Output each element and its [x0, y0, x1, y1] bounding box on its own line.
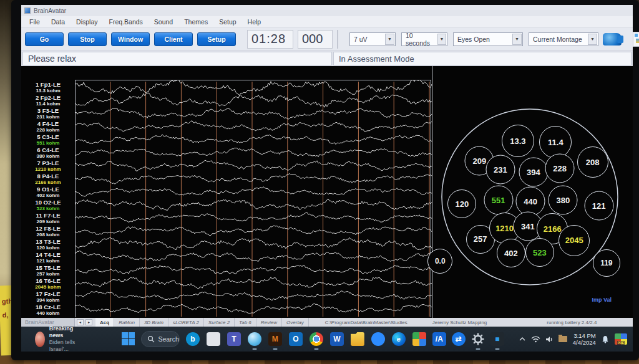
teams-app-icon[interactable]: T	[227, 332, 241, 346]
sensitivity-select[interactable]: 7 uV▼	[349, 32, 396, 46]
status-row: Please relax In Assessment Mode	[21, 51, 633, 66]
tab-overlay[interactable]: Overlay	[282, 318, 309, 327]
channel-label-row: 6 C4-LE380 kohm	[21, 147, 75, 160]
print-button[interactable]	[633, 30, 639, 49]
search-box[interactable]: Search	[141, 331, 180, 347]
taskbar-clock[interactable]: 3:14 PM 4/4/2024	[573, 332, 596, 346]
channel-name: 1 Fp1-LE	[21, 82, 75, 88]
copilot-app-icon[interactable]	[207, 332, 220, 346]
windows-logo-icon	[129, 339, 135, 345]
sphere-app-icon-running-indicator	[252, 348, 256, 350]
chrome-app-icon[interactable]	[310, 332, 323, 346]
channel-impedance: 440 kohm	[21, 310, 75, 317]
eeg-trace	[75, 135, 432, 145]
menu-item-freqbands[interactable]: Freq.Bands	[104, 18, 149, 26]
grid-app-icon[interactable]	[412, 332, 426, 346]
folder-tray-icon[interactable]	[559, 336, 567, 342]
client-button[interactable]: Client	[154, 32, 193, 46]
channel-label-row: 15 T5-LE257 kohm	[21, 265, 75, 278]
channel-name: 5 C3-LE	[21, 134, 75, 140]
empty-field	[337, 30, 338, 49]
tab-scroll-right-button[interactable]: ►	[85, 319, 92, 325]
notification-bell-icon[interactable]	[602, 335, 609, 343]
eeg-trace	[75, 187, 432, 197]
channel-label-row: 7 P3-LE1210 kohm	[21, 160, 75, 173]
channel-name: 10 O2-LE	[21, 199, 75, 206]
m-app-icon-running-indicator	[273, 348, 277, 350]
battery-tray-icon[interactable]: PRE	[615, 333, 627, 345]
channel-label-row: 10 O2-LE523 kohm	[21, 199, 75, 213]
menu-item-file[interactable]: File	[24, 18, 46, 26]
tab-row: AcqRaMon3D BrainsLORETA 2Surface 2Tab 6R…	[95, 318, 309, 327]
stop-button[interactable]: Stop	[68, 32, 107, 46]
bing-app-icon[interactable]: b	[186, 332, 200, 346]
sensitivity-select-value: 7 uV	[354, 36, 368, 43]
tab-acq[interactable]: Acq	[95, 318, 114, 327]
screen: BrainAvatar FileDataDisplayFreq.BandsSou…	[21, 5, 633, 352]
tab-review[interactable]: Review	[256, 318, 282, 327]
eeg-trace	[75, 80, 432, 95]
channel-name: 16 T6-LE	[21, 278, 75, 284]
prompt-message: Please relax	[22, 52, 332, 65]
menu-item-data[interactable]: Data	[46, 18, 71, 26]
tray-date: 4/4/2024	[573, 339, 596, 346]
go-button[interactable]: Go	[25, 32, 64, 46]
electrode-a2: 119	[593, 249, 620, 277]
edge-app-icon[interactable]: e	[392, 332, 406, 346]
channel-impedance: 257 kohm	[21, 271, 75, 277]
channel-label-row: 14 T4-LE121 kohm	[21, 252, 75, 265]
windows-taskbar: Breaking news Biden tells Israel'... Sea…	[21, 327, 633, 352]
gear-tray-icon[interactable]	[471, 332, 485, 346]
channel-name: 12 F8-LE	[21, 226, 75, 232]
tab-sloreta-2[interactable]: sLORETA 2	[168, 318, 204, 327]
window-button[interactable]: Window	[111, 32, 150, 46]
sphere-app-icon[interactable]	[248, 332, 261, 346]
m-app-icon[interactable]: M	[268, 332, 282, 346]
slash-a-tray-icon[interactable]: /A	[432, 332, 446, 346]
electrode-f3: 231	[485, 155, 515, 184]
channel-name: 8 P4-LE	[21, 173, 75, 180]
menu-item-setup[interactable]: Setup	[213, 18, 241, 26]
electrode-f8: 208	[577, 146, 608, 178]
outlook-app-icon[interactable]: O	[289, 332, 303, 346]
zoom-app-icon[interactable]	[371, 332, 385, 346]
eeg-trace	[75, 304, 432, 313]
tab-tab-6[interactable]: Tab 6	[235, 318, 256, 327]
explorer-app-icon[interactable]	[351, 332, 364, 346]
windows-start-button[interactable]	[122, 332, 135, 346]
setup-button[interactable]: Setup	[197, 32, 236, 46]
menu-item-sound[interactable]: Sound	[149, 18, 178, 26]
menu-item-display[interactable]: Display	[71, 18, 103, 26]
tab-surface-2[interactable]: Surface 2	[204, 318, 235, 327]
condition-select[interactable]: Eyes Open▼	[453, 32, 523, 46]
electrode-t4: 121	[584, 191, 613, 220]
channel-impedance: 402 kohm	[21, 193, 75, 199]
electrode-o2: 523	[525, 238, 554, 267]
electrode-o1: 402	[497, 239, 525, 267]
channel-label-row: 18 Cz-LE440 kohm	[21, 304, 75, 317]
tab-scroll-left-button[interactable]: ◄	[77, 319, 84, 325]
sweep-select[interactable]: 10 seconds▼	[401, 32, 447, 46]
head-map: 13.311.420923139422820812055144038012125…	[432, 102, 633, 308]
news-widget[interactable]: Breaking news Biden tells Israel'...	[35, 325, 79, 353]
channel-label-row: 17 Fz-LE394 kohm	[21, 291, 75, 304]
channel-impedance: 380 kohm	[21, 153, 75, 160]
menu-item-themes[interactable]: Themes	[178, 18, 213, 26]
menu-item-help[interactable]: Help	[242, 18, 267, 26]
wifi-icon[interactable]	[531, 336, 540, 343]
channel-label-row: 11 F7-LE209 kohm	[21, 213, 75, 226]
montage-select[interactable]: Current Montage▼	[529, 32, 598, 46]
bluebox-tray-icon[interactable]: ■	[490, 332, 504, 346]
snapshot-button[interactable]	[603, 30, 622, 49]
electrode-c4: 380	[549, 185, 578, 214]
impedance-legend: Imp Val	[592, 297, 612, 303]
tab-ramon[interactable]: RaMon	[114, 318, 140, 327]
teamviewer-tray-icon[interactable]: ⇄	[452, 332, 466, 346]
word-app-icon[interactable]: W	[330, 332, 344, 346]
chevron-up-icon[interactable]	[519, 337, 526, 342]
volume-icon[interactable]	[545, 336, 554, 343]
montage-select-value: Current Montage	[533, 36, 582, 43]
event-counter-display: 000	[298, 30, 333, 49]
channel-name: 13 T3-LE	[21, 239, 75, 245]
tab-3d-brain[interactable]: 3D Brain	[140, 318, 168, 327]
